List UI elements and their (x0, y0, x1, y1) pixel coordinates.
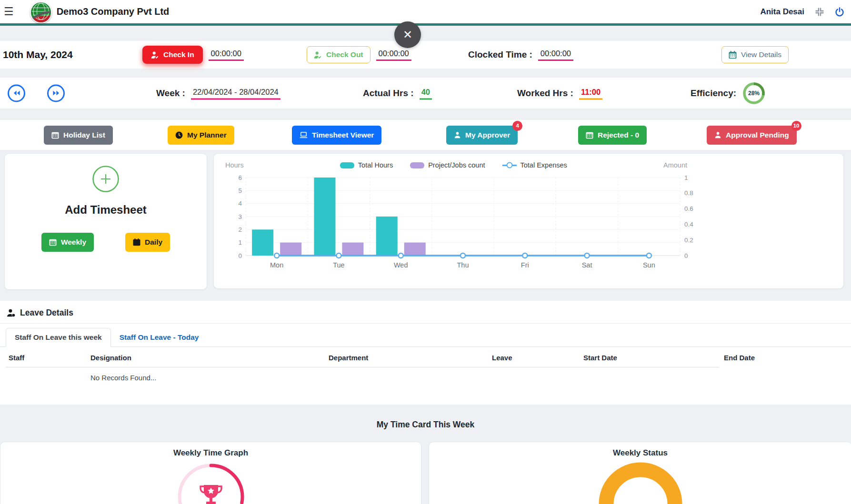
approval-pending-button[interactable]: Approval Pending 10 (707, 126, 797, 145)
svg-text:Tue: Tue (333, 261, 344, 269)
svg-text:Sun: Sun (643, 261, 655, 269)
dashboard-page: ☰ Demo3 Company Pvt Ltd Anita Desai (0, 0, 851, 504)
check-out-label: Check Out (326, 50, 363, 59)
weekly-chart-card: Hours Total Hours Project/Jobs count Tot… (213, 153, 844, 289)
chart-legend-row: Hours Total Hours Project/Jobs count Tot… (225, 161, 687, 169)
leave-details-title: Leave Details (20, 308, 73, 318)
leave-tabs: Staff On Leave this week Staff On Leave … (0, 328, 851, 347)
week-label: Week : (156, 88, 185, 99)
previous-week-button[interactable] (8, 84, 25, 102)
legend-total-hours-label: Total Hours (358, 161, 393, 169)
weekly-bar-chart: 012345600.20.40.60.81MonTueWedThuFriSatS… (225, 169, 701, 275)
leave-person-icon (7, 308, 16, 317)
svg-text:Thu: Thu (457, 261, 469, 269)
svg-text:6: 6 (238, 174, 242, 181)
table-divider (6, 367, 719, 367)
svg-text:0: 0 (238, 252, 242, 259)
tab-staff-on-leave-today[interactable]: Staff On Leave - Today (111, 328, 208, 346)
svg-text:1: 1 (238, 239, 242, 246)
trophy-icon (200, 485, 221, 504)
worked-hrs-label: Worked Hrs : (517, 88, 573, 99)
check-in-label: Check In (163, 50, 194, 59)
weekly-time-graph-card: Weekly Time Graph (0, 442, 421, 504)
week-bar: Week : 22/04/2024 - 28/04/2024 Actual Hr… (0, 78, 851, 109)
svg-text:2: 2 (238, 226, 242, 233)
checkin-bar: 10th May, 2024 Check In 00:00:00 Check O… (0, 41, 851, 69)
calendar-icon (586, 131, 593, 139)
view-details-button[interactable]: View Details (721, 46, 789, 63)
add-timesheet-card: Add Timesheet Weekly Daily (4, 153, 207, 290)
user-name[interactable]: Anita Desai (760, 7, 804, 17)
power-icon[interactable] (835, 7, 844, 17)
menu-icon[interactable]: ☰ (4, 6, 14, 17)
my-approver-button[interactable]: My Approver 4 (446, 126, 518, 145)
empty-message: No Records Found... (90, 374, 156, 382)
svg-text:0.2: 0.2 (684, 237, 693, 244)
holiday-list-button[interactable]: Holiday List (44, 126, 113, 145)
my-planner-label: My Planner (187, 131, 227, 139)
svg-text:0.6: 0.6 (684, 205, 693, 212)
calendar-icon (729, 51, 737, 59)
check-in-button[interactable]: Check In (142, 46, 203, 64)
chart-legend: Total Hours Project/Jobs count Total Exp… (244, 161, 663, 169)
leave-details-section: Leave Details Staff On Leave this week S… (0, 301, 851, 405)
calendar-icon (49, 238, 57, 246)
svg-text:Fri: Fri (521, 261, 529, 269)
check-out-button[interactable]: Check Out (307, 46, 370, 63)
weekly-label: Weekly (61, 238, 86, 247)
svg-text:1: 1 (684, 174, 688, 181)
top-bar-right: Anita Desai (760, 7, 851, 17)
laptop-icon (300, 131, 308, 139)
daily-label: Daily (145, 238, 162, 247)
legend-total-expenses-label: Total Expenses (521, 161, 567, 169)
add-plus-icon[interactable] (92, 165, 120, 193)
weekly-button[interactable]: Weekly (41, 233, 94, 252)
weekly-status-donut (597, 461, 684, 504)
svg-text:Sat: Sat (582, 261, 592, 269)
week-range: 22/04/2024 - 28/04/2024 (191, 87, 280, 99)
svg-text:0.4: 0.4 (684, 221, 693, 228)
right-axis-title: Amount (663, 161, 687, 169)
svg-text:Wed: Wed (394, 261, 408, 269)
tab-staff-on-leave-week[interactable]: Staff On Leave this week (6, 328, 111, 347)
worked-hrs-value: 11:00 (579, 87, 602, 99)
fast-forward-icon (52, 90, 60, 96)
clocked-time-value: 00:00:00 (538, 49, 573, 61)
person-icon (454, 131, 461, 138)
daily-button[interactable]: Daily (125, 233, 170, 252)
efficiency-label: Efficiency: (691, 88, 736, 99)
company-logo (30, 1, 52, 23)
my-planner-button[interactable]: My Planner (168, 126, 234, 145)
calendar-icon (51, 131, 59, 139)
check-out-timer: 00:00:00 (376, 49, 411, 61)
total-hours-swatch (340, 162, 354, 168)
my-approver-badge: 4 (512, 121, 522, 131)
column-start-date: Start Date (583, 354, 617, 362)
compress-icon[interactable] (815, 7, 824, 17)
svg-text:0: 0 (684, 252, 688, 259)
svg-text:0.8: 0.8 (684, 189, 693, 197)
timesheet-viewer-button[interactable]: Timesheet Viewer (292, 126, 381, 145)
timesheet-viewer-label: Timesheet Viewer (312, 131, 374, 139)
holiday-list-label: Holiday List (63, 131, 105, 139)
total-expenses-line-marker (502, 165, 517, 166)
project-jobs-swatch (410, 162, 424, 168)
rejected-button[interactable]: Rejected - 0 (578, 126, 647, 145)
check-in-timer: 00:00:00 (209, 49, 244, 61)
legend-project-jobs[interactable]: Project/Jobs count (410, 161, 485, 169)
next-week-button[interactable] (47, 84, 65, 102)
legend-total-expenses[interactable]: Total Expenses (502, 161, 567, 169)
weekly-status-card: Weekly Status 11 (429, 442, 851, 504)
weekly-status-title: Weekly Status (429, 448, 851, 458)
time-card-title: My Time Card This Week (0, 420, 851, 430)
close-button[interactable]: ✕ (394, 21, 421, 48)
person-icon (714, 131, 721, 138)
svg-text:3: 3 (238, 213, 242, 220)
legend-total-hours[interactable]: Total Hours (340, 161, 393, 169)
legend-project-jobs-label: Project/Jobs count (428, 161, 485, 169)
person-check-icon (314, 51, 322, 59)
approval-pending-label: Approval Pending (726, 131, 789, 139)
efficiency-value: 28% (748, 90, 760, 97)
quick-buttons-bar: Holiday List My Planner Timesheet Viewer (0, 120, 851, 150)
efficiency-ring: 28% (742, 81, 766, 105)
